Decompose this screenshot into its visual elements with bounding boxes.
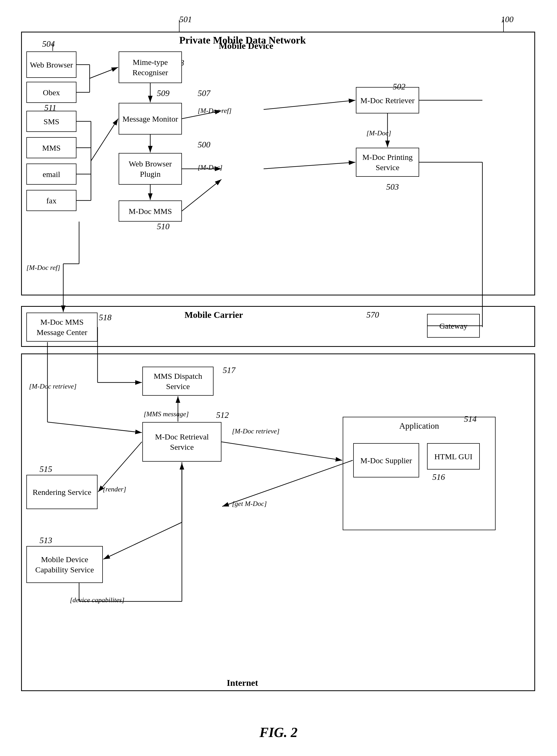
mdoc-ref-label-2: [M-Doc ref] — [26, 264, 60, 272]
mms-box: MMS — [26, 137, 77, 158]
internet-label: Internet — [227, 678, 258, 688]
rendering-service-box: Rendering Service — [26, 475, 97, 509]
ref-515: 515 — [39, 464, 52, 474]
render-label: [render] — [103, 485, 126, 493]
ref-516: 516 — [432, 472, 445, 482]
ref-500: 500 — [198, 140, 210, 149]
device-capabilities-label: [device capabilites] — [70, 596, 124, 604]
ref-510: 510 — [157, 222, 170, 231]
ref-518: 518 — [99, 313, 112, 323]
mms-message-label: [MMS message] — [144, 410, 189, 418]
mdoc-retrieve-label-1: [M-Doc retrieve] — [232, 427, 280, 435]
mdoc-printing-box: M-Doc Printing Service — [356, 148, 419, 177]
mdoc-ref-label-1: [M-Doc ref] — [198, 107, 231, 115]
mdoc-supplier-box: M-Doc Supplier — [353, 443, 419, 477]
mdoc-mms-center-box: M-Doc MMS Message Center — [26, 313, 97, 342]
web-browser-box: Web Browser — [26, 51, 77, 78]
mdoc-label-1: [M-Doc] — [367, 129, 391, 137]
sms-box: SMS — [26, 111, 77, 132]
ref-570: 570 — [367, 310, 379, 320]
mdoc-retrieval-box: M-Doc Retrieval Service — [142, 422, 222, 461]
page-container: 501 100 Private Mobile Data Network Mobi… — [0, 0, 557, 756]
email-box: email — [26, 164, 77, 185]
gateway-box: Gateway — [427, 314, 480, 338]
mobile-device-capability-box: Mobile Device Capability Service — [26, 546, 103, 583]
message-monitor-box: Message Monitor — [119, 103, 182, 135]
private-network-border — [21, 32, 535, 296]
fax-box: fax — [26, 190, 77, 211]
web-browser-plugin-box: Web Browser Plugin — [119, 153, 182, 185]
ref-509: 509 — [157, 88, 170, 98]
ref-507: 507 — [198, 88, 210, 98]
html-gui-box: HTML GUI — [427, 443, 480, 470]
mobile-device-label: Mobile Device — [219, 41, 273, 51]
mdoc-retriever-box: M-Doc Retriever — [356, 87, 419, 113]
ref-512: 512 — [216, 410, 229, 420]
ref-504: 504 — [42, 39, 55, 49]
mms-dispatch-box: MMS Dispatch Service — [142, 367, 213, 396]
ref-517: 517 — [223, 365, 235, 375]
ref-100: 100 — [501, 15, 514, 24]
ref-514: 514 — [464, 414, 477, 424]
mdoc-mms-left-box: M-Doc MMS — [119, 200, 182, 222]
get-mdoc-label: [get M-Doc] — [232, 500, 267, 508]
mdoc-label-2: [M-Doc] — [198, 164, 223, 171]
mime-recogniser-box: Mime-type Recogniser — [119, 51, 182, 83]
obex-box: Obex — [26, 82, 77, 103]
mdoc-retrieve-label-2: [M-Doc retrieve] — [29, 383, 77, 390]
ref-503: 503 — [386, 182, 399, 192]
ref-501: 501 — [179, 15, 192, 24]
mobile-carrier-label: Mobile Carrier — [184, 310, 243, 320]
ref-502: 502 — [393, 82, 405, 91]
ref-513: 513 — [39, 535, 52, 545]
fig-label: FIG. 2 — [259, 725, 297, 740]
